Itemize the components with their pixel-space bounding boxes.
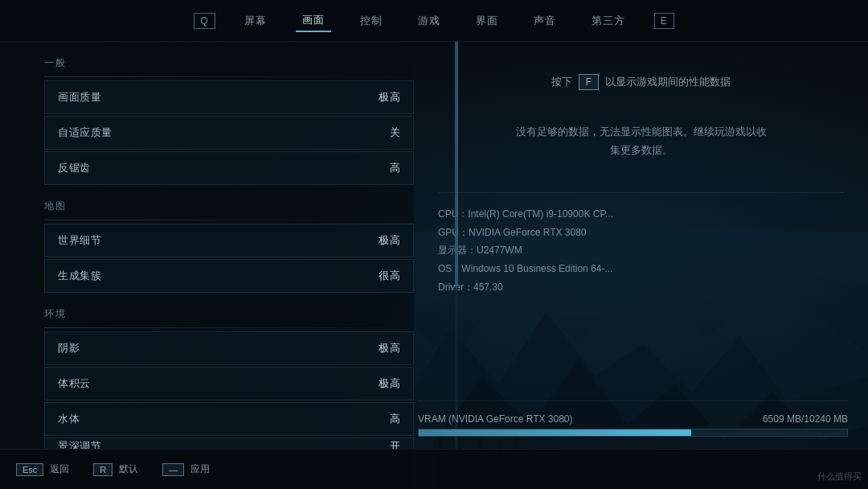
- nav-bar: Q 屏幕 画面 控制 游戏 界面 声音 第三方 E: [0, 0, 868, 42]
- setting-name-shadow: 阴影: [58, 341, 80, 355]
- vram-usage: 6509 MB/10240 MB: [763, 413, 848, 425]
- cpu-info: CPU：Intel(R) Core(TM) i9-10900K CP...: [438, 205, 844, 224]
- setting-name-dof: 景深调节: [58, 439, 101, 449]
- setting-name-water: 水体: [58, 412, 80, 426]
- back-key: Esc: [16, 463, 43, 476]
- setting-value-picture-quality: 极高: [379, 90, 400, 105]
- default-label: 默认: [119, 462, 138, 476]
- perf-hint-suffix: 以显示游戏期间的性能数据: [605, 75, 731, 89]
- setting-row-antialiasing[interactable]: 反锯齿 高: [44, 151, 414, 185]
- section-general-label: 一般: [44, 56, 414, 70]
- nav-key-e[interactable]: E: [654, 13, 674, 29]
- vram-bar-fill: [419, 429, 691, 436]
- settings-content: 一般 画面质量 极高 自适应质量 关 反锯齿 高 地图 世界细节 极高 生成集簇…: [44, 42, 414, 449]
- setting-row-water[interactable]: 水体 高: [44, 402, 414, 436]
- setting-value-dof: 开: [390, 439, 401, 449]
- back-label: 返回: [50, 462, 69, 476]
- setting-name-cluster-gen: 生成集簇: [58, 269, 101, 283]
- nav-item-ui[interactable]: 界面: [469, 10, 505, 31]
- vram-label-row: VRAM (NVIDIA GeForce RTX 3080) 6509 MB/1…: [418, 413, 848, 425]
- vram-label: VRAM (NVIDIA GeForce RTX 3080): [418, 413, 573, 425]
- vram-section: VRAM (NVIDIA GeForce RTX 3080) 6509 MB/1…: [418, 388, 848, 437]
- setting-value-shadow: 极高: [379, 341, 400, 355]
- setting-name-antialiasing: 反锯齿: [58, 161, 91, 175]
- os-info: OS：Windows 10 Business Edition 64-...: [438, 260, 844, 278]
- nav-item-third[interactable]: 第三方: [585, 10, 632, 31]
- perf-key-f: F: [579, 74, 599, 90]
- setting-name-volumetric-cloud: 体积云: [58, 376, 91, 391]
- setting-row-shadow[interactable]: 阴影 极高: [44, 331, 414, 365]
- divider-1: [438, 192, 844, 193]
- driver-info: Driver：457.30: [438, 278, 844, 297]
- section-map-label: 地图: [44, 199, 414, 213]
- section-env-label: 环境: [44, 307, 414, 321]
- perf-hint-prefix: 按下: [551, 75, 572, 89]
- apply-key: —: [162, 463, 184, 476]
- system-info: CPU：Intel(R) Core(TM) i9-10900K CP... GP…: [438, 205, 844, 297]
- setting-row-picture-quality[interactable]: 画面质量 极高: [44, 80, 414, 114]
- setting-row-world-detail[interactable]: 世界细节 极高: [44, 224, 414, 257]
- gpu-info: GPU：NVIDIA GeForce RTX 3080: [438, 224, 844, 242]
- scroll-thumb: [455, 42, 458, 286]
- watermark: 什么值得买: [817, 471, 862, 483]
- nav-key-q[interactable]: Q: [194, 13, 215, 29]
- section-general-divider: [44, 76, 414, 77]
- no-data-message: 没有足够的数据，无法显示性能图表。继续玩游戏以收集更多数据。: [438, 122, 844, 160]
- perf-hint: 按下 F 以显示游戏期间的性能数据: [438, 74, 844, 90]
- nav-item-game[interactable]: 游戏: [411, 10, 447, 31]
- default-key: R: [93, 463, 113, 476]
- bottom-bar: Esc 返回 R 默认 — 应用: [0, 449, 868, 489]
- setting-value-antialiasing: 高: [390, 161, 401, 175]
- setting-name-adaptive-quality: 自适应质量: [58, 125, 113, 140]
- vram-bar-background: [418, 429, 848, 437]
- nav-item-sound[interactable]: 声音: [527, 10, 563, 31]
- setting-row-cluster-gen[interactable]: 生成集簇 很高: [44, 259, 414, 293]
- nav-item-screen[interactable]: 屏幕: [238, 10, 273, 31]
- setting-row-dof[interactable]: 景深调节 开: [44, 438, 414, 449]
- setting-value-adaptive-quality: 关: [390, 125, 401, 140]
- setting-row-adaptive-quality[interactable]: 自适应质量 关: [44, 116, 414, 150]
- apply-action[interactable]: — 应用: [162, 462, 210, 476]
- display-info: 显示器：U2477WM: [438, 241, 844, 260]
- setting-value-cluster-gen: 很高: [379, 269, 400, 283]
- section-env-divider: [44, 327, 414, 328]
- setting-value-water: 高: [390, 412, 401, 426]
- nav-item-picture[interactable]: 画面: [296, 10, 331, 32]
- setting-value-volumetric-cloud: 极高: [379, 376, 400, 391]
- vram-divider: [418, 401, 848, 401]
- setting-name-picture-quality: 画面质量: [58, 90, 101, 105]
- section-map-divider: [44, 220, 414, 220]
- setting-row-volumetric-cloud[interactable]: 体积云 极高: [44, 367, 414, 401]
- apply-label: 应用: [190, 462, 210, 476]
- setting-value-world-detail: 极高: [379, 233, 400, 248]
- nav-item-control[interactable]: 控制: [354, 10, 389, 31]
- setting-name-world-detail: 世界细节: [58, 233, 101, 248]
- back-action[interactable]: Esc 返回: [16, 462, 69, 476]
- default-action[interactable]: R 默认: [93, 462, 138, 476]
